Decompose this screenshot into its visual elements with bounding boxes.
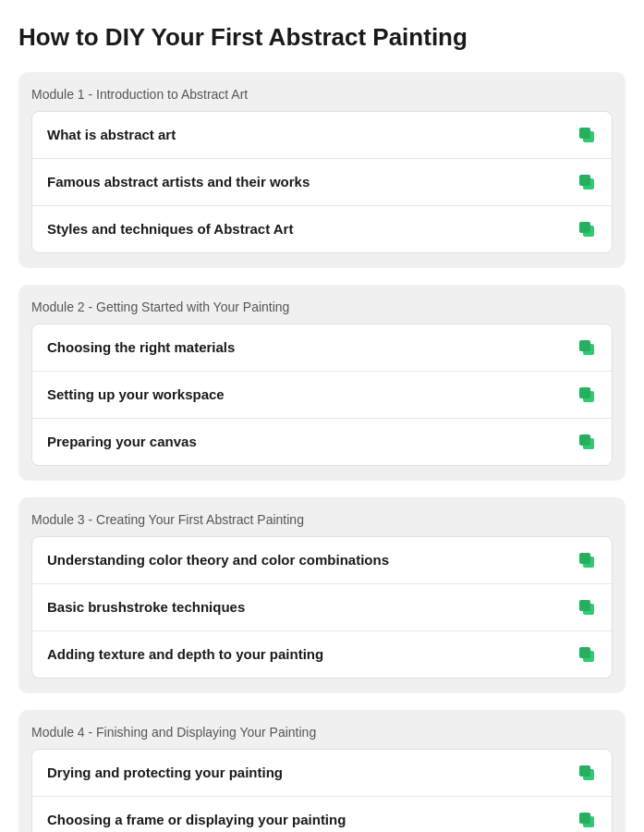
lesson-item-3-3[interactable]: Adding texture and depth to your paintin… <box>32 631 612 678</box>
copy-icon[interactable] <box>577 125 597 145</box>
lesson-title-3-2: Basic brushstroke techniques <box>47 599 245 615</box>
copy-icon[interactable] <box>577 597 597 618</box>
lesson-list-4: Drying and protecting your painting Choo… <box>31 749 613 832</box>
lesson-item-2-3[interactable]: Preparing your canvas <box>32 419 612 465</box>
lesson-title-3-1: Understanding color theory and color com… <box>47 552 389 568</box>
page-title: How to DIY Your First Abstract Painting <box>18 22 626 54</box>
svg-rect-3 <box>579 175 590 186</box>
module-label-3: Module 3 - Creating Your First Abstract … <box>31 512 613 527</box>
module-section-4: Module 4 - Finishing and Displaying Your… <box>18 710 626 832</box>
copy-icon[interactable] <box>577 385 597 405</box>
lesson-item-4-1[interactable]: Drying and protecting your painting <box>32 750 612 797</box>
lesson-item-3-2[interactable]: Basic brushstroke techniques <box>32 584 612 631</box>
svg-rect-7 <box>579 340 590 351</box>
module-section-1: Module 1 - Introduction to Abstract ArtW… <box>18 72 626 268</box>
lesson-title-2-2: Setting up your workspace <box>47 386 225 402</box>
lesson-item-1-3[interactable]: Styles and techniques of Abstract Art <box>32 206 612 252</box>
module-label-1: Module 1 - Introduction to Abstract Art <box>31 87 613 102</box>
lesson-list-1: What is abstract art Famous abstract art… <box>31 111 613 253</box>
copy-icon[interactable] <box>577 219 597 239</box>
lesson-title-2-3: Preparing your canvas <box>47 434 197 449</box>
svg-rect-11 <box>579 434 590 446</box>
svg-rect-1 <box>579 128 590 139</box>
module-label-2: Module 2 - Getting Started with Your Pai… <box>31 300 613 314</box>
svg-rect-13 <box>579 553 590 564</box>
module-section-3: Module 3 - Creating Your First Abstract … <box>18 497 626 693</box>
lesson-item-1-1[interactable]: What is abstract art <box>32 112 612 159</box>
svg-rect-5 <box>579 222 590 233</box>
lesson-title-3-3: Adding texture and depth to your paintin… <box>47 646 323 662</box>
lesson-title-1-1: What is abstract art <box>47 127 176 142</box>
copy-icon[interactable] <box>577 644 597 665</box>
svg-rect-21 <box>579 813 590 824</box>
copy-icon[interactable] <box>577 810 597 830</box>
modules-container: Module 1 - Introduction to Abstract ArtW… <box>18 72 626 832</box>
lesson-item-2-1[interactable]: Choosing the right materials <box>32 324 612 372</box>
lesson-title-2-1: Choosing the right materials <box>47 339 235 355</box>
lesson-list-3: Understanding color theory and color com… <box>31 536 613 679</box>
lesson-title-4-2: Choosing a frame or displaying your pain… <box>47 812 346 827</box>
svg-rect-9 <box>579 387 590 398</box>
copy-icon[interactable] <box>577 172 597 192</box>
copy-icon[interactable] <box>577 432 597 452</box>
copy-icon[interactable] <box>577 550 597 570</box>
lesson-item-2-2[interactable]: Setting up your workspace <box>32 372 612 419</box>
svg-rect-19 <box>579 765 590 777</box>
svg-rect-15 <box>579 600 590 611</box>
lesson-title-1-3: Styles and techniques of Abstract Art <box>47 221 293 237</box>
lesson-title-1-2: Famous abstract artists and their works <box>47 174 310 190</box>
lesson-title-4-1: Drying and protecting your painting <box>47 765 283 780</box>
lesson-item-1-2[interactable]: Famous abstract artists and their works <box>32 159 612 206</box>
copy-icon[interactable] <box>577 337 597 358</box>
copy-icon[interactable] <box>577 763 597 783</box>
svg-rect-17 <box>579 647 590 658</box>
lesson-list-2: Choosing the right materials Setting up … <box>31 324 613 466</box>
module-label-4: Module 4 - Finishing and Displaying Your… <box>31 725 613 740</box>
module-section-2: Module 2 - Getting Started with Your Pai… <box>18 285 626 481</box>
lesson-item-3-1[interactable]: Understanding color theory and color com… <box>32 537 612 584</box>
lesson-item-4-2[interactable]: Choosing a frame or displaying your pain… <box>32 797 612 832</box>
